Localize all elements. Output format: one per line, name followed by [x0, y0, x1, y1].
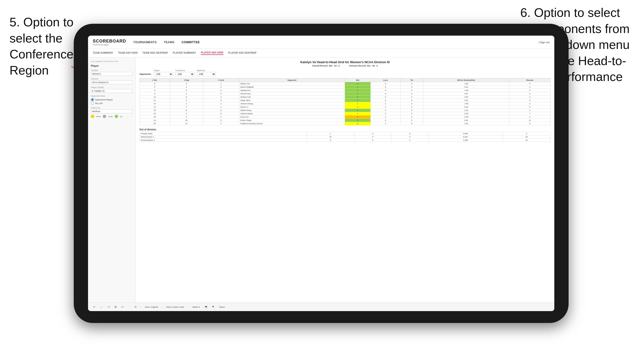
cell-rounds: 4 — [509, 82, 550, 85]
toolbar-view-original[interactable]: View: Original — [143, 305, 159, 309]
out-cell-name: NAIA Division 1 — [140, 135, 307, 139]
toolbar-save-custom[interactable]: Save Custom View — [165, 305, 186, 309]
cell-rounds: 6 — [509, 122, 550, 125]
subnav-team-summary[interactable]: TEAM SUMMARY — [93, 51, 113, 55]
cell-win: 2 — [345, 95, 370, 99]
filter-conference-select[interactable]: (All) — [175, 72, 194, 76]
cell-tie: 0 — [400, 105, 423, 109]
cell-div: 18 — [140, 115, 170, 119]
toolbar-grid[interactable]: ⊞ — [113, 305, 118, 309]
cell-win: 1 — [345, 89, 370, 92]
cell-opponent: Heejo Hyun — [239, 99, 345, 102]
tablet-device: SCOREBOARD Powered by clippd TOURNAMENTS… — [74, 24, 568, 323]
cell-opponent: Federica Domecq Lacroze — [239, 122, 345, 125]
nav-teams[interactable]: TEAMS — [164, 41, 174, 44]
out-cell-name: NCAA Division 2 — [140, 139, 307, 142]
cell-div: 15 — [140, 109, 170, 112]
cell-opponent: Eunice Yi — [239, 105, 345, 109]
out-cell-tie: 0 — [391, 135, 428, 139]
bottom-toolbar: ↩ ← ↪ ⊞ ↩· · ⊙ | View: Original | Save C… — [88, 303, 554, 311]
cell-rounds: 7 — [509, 112, 550, 115]
logo-text: SCOREBOARD — [93, 39, 126, 44]
subnav-team-h2h-heatmap[interactable]: TEAM H2H HEATMAP — [142, 51, 168, 55]
cell-diff: 3.33 — [423, 99, 509, 102]
nav-items: TOURNAMENTS TEAMS COMMITTEE — [133, 41, 200, 44]
cell-reg: 1 — [170, 102, 203, 105]
cell-rounds: 3 — [509, 92, 550, 95]
cell-conf: 2 — [203, 85, 239, 89]
out-cell-loss: 0 — [354, 132, 391, 135]
top-nav: SCOREBOARD Powered by clippd TOURNAMENTS… — [88, 36, 554, 49]
cell-diff: -3.00 — [423, 102, 509, 105]
toolbar-redo[interactable]: ↪ — [106, 305, 111, 309]
cell-reg: 2 — [170, 85, 203, 89]
cell-rounds: 9 — [509, 105, 550, 109]
sidebar-gender-select[interactable]: Women's — [91, 72, 132, 76]
out-cell-rounds: 30 — [503, 135, 550, 139]
toolbar-share[interactable]: Share — [218, 305, 226, 309]
filter-opponent-select[interactable]: (All) — [197, 72, 216, 76]
cell-opponent: Jessica Mason — [239, 112, 345, 115]
sidebar-division-section: Division NCAA Division III — [91, 78, 132, 84]
toolbar-icon1[interactable]: ⬒ — [204, 305, 209, 309]
cell-div: 16 — [140, 112, 170, 115]
out-cell-diff: 9.267 — [428, 135, 503, 139]
sidebar-colour-select[interactable]: Win/loss — [91, 110, 132, 113]
nav-tournaments[interactable]: TOURNAMENTS — [133, 41, 157, 44]
dot-down — [91, 115, 94, 118]
sidebar-player-title: Player — [91, 64, 132, 67]
subnav-player-h2h-heatmap[interactable]: PLAYER H2H HEATMAP — [228, 51, 256, 55]
toolbar-icon2[interactable]: ⚑ — [210, 305, 216, 309]
content-area: Katelyn Vo Head-to-Head Grid for Women's… — [136, 57, 554, 303]
toolbar-back[interactable]: ← — [99, 305, 104, 309]
cell-rounds: 11 — [509, 119, 550, 122]
sidebar-radio-opponents-played[interactable]: Opponents Played — [91, 98, 132, 101]
subnav-player-h2h-grid[interactable]: PLAYER H2H GRID — [201, 51, 224, 55]
cell-loss: 2 — [371, 105, 401, 109]
filter-region-select[interactable]: (All) — [154, 72, 173, 76]
toolbar-action1[interactable]: ↩· — [120, 305, 126, 309]
sidebar-opponent-view-section: Opponent view Opponents Played Top 100 — [91, 95, 132, 105]
cell-div: 19 — [140, 119, 170, 122]
toolbar-watch[interactable]: Watch ▾ — [191, 305, 202, 309]
cell-win: 4 — [345, 119, 370, 122]
out-table-row: NAIA Division 1 15 0 0 9.267 30 — [140, 135, 550, 139]
col-conf: # Conf — [203, 78, 239, 82]
cell-conf: 7 — [203, 122, 239, 125]
cell-conf: 1 — [203, 82, 239, 85]
toolbar-clock[interactable]: ⊙ — [133, 305, 138, 309]
sidebar-division-select[interactable]: NCAA Division III — [91, 80, 132, 84]
table-row: 14 7 4 Eunice Yi 2 2 0 0.38 9 — [140, 105, 550, 109]
out-cell-win: 15 — [307, 135, 354, 139]
nav-committee[interactable]: COMMITTEE — [182, 41, 200, 44]
page-title: Katelyn Vo Head-to-Head Grid for Women's… — [140, 60, 550, 64]
col-reg: # Reg — [170, 78, 203, 82]
table-row: 18 2 2 Euna Lee 0 2 0 -5.00 2 — [140, 115, 550, 119]
cell-reg: 7 — [170, 105, 203, 109]
out-division-header: Out of division — [140, 128, 550, 131]
subnav-team-h2h-grid[interactable]: TEAM H2H GRID — [118, 51, 138, 55]
table-row: 10 6 3 Andrea York 2 0 0 4.00 4 — [140, 95, 550, 99]
subnav-player-summary[interactable]: PLAYER SUMMARY — [173, 51, 196, 55]
toolbar-undo[interactable]: ↩ — [92, 305, 97, 309]
col-div: # Div — [140, 78, 170, 82]
sidebar-radio-group: Opponents Played Top 100 — [91, 98, 132, 105]
cell-tie: 0 — [400, 95, 423, 99]
cell-tie: 0 — [400, 109, 423, 112]
opponents-label: Opponents: — [140, 73, 152, 75]
cell-conf: 6 — [203, 119, 239, 122]
cell-reg: 1 — [170, 92, 203, 95]
sidebar-player-rank-select[interactable]: 8. Katelyn Vo — [91, 89, 132, 93]
filter-region-label: Region — [154, 69, 173, 71]
colour-legend: Down Level Up — [91, 115, 132, 118]
out-cell-tie: 0 — [391, 132, 428, 135]
cell-rounds: 2 — [509, 115, 550, 119]
sidebar-radio-top100[interactable]: Top 100 — [91, 102, 132, 105]
sign-out-link[interactable]: Sign out — [540, 41, 550, 44]
toolbar-dot[interactable]: · — [128, 305, 131, 309]
cell-loss: 0 — [371, 92, 401, 95]
cell-win: 1 — [345, 102, 370, 105]
cell-opponent: Esther Lee — [239, 82, 345, 85]
cell-diff: -1.00 — [423, 89, 509, 92]
table-row: 9 1 4 Sharon Mun 1 0 0 3.67 3 — [140, 92, 550, 95]
